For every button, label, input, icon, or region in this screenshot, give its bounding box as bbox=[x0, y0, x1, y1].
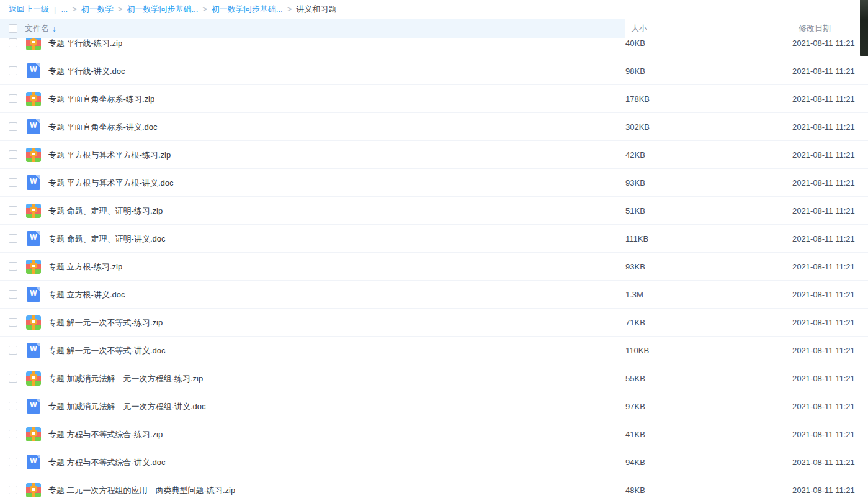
file-name-link[interactable]: 专题 加减消元法解二元一次方程组-练习.zip bbox=[48, 364, 203, 392]
word-doc-icon: W bbox=[27, 343, 40, 358]
zip-archive-icon bbox=[26, 371, 41, 386]
word-doc-icon: W bbox=[27, 287, 40, 302]
row-checkbox[interactable] bbox=[9, 458, 17, 466]
row-checkbox[interactable] bbox=[9, 38, 17, 47]
row-checkbox[interactable] bbox=[9, 486, 17, 494]
file-modified-date: 2021-08-11 11:21 bbox=[792, 141, 855, 169]
breadcrumb-current: 讲义和习题 bbox=[296, 4, 336, 14]
file-name-link[interactable]: 专题 平行线-讲义.doc bbox=[48, 57, 125, 85]
file-size: 111KB bbox=[625, 225, 648, 253]
table-row[interactable]: 专题 二元一次方程组的应用—两类典型问题-练习.zip 48KB 2021-08… bbox=[0, 476, 868, 498]
zip-archive-icon bbox=[26, 315, 41, 330]
file-name-link[interactable]: 专题 平面直角坐标系-讲义.doc bbox=[48, 113, 158, 141]
file-size: 51KB bbox=[625, 197, 645, 225]
table-row[interactable]: 专题 平方根与算术平方根-练习.zip 42KB 2021-08-11 11:2… bbox=[0, 141, 868, 169]
row-checkbox[interactable] bbox=[9, 122, 17, 131]
back-link[interactable]: 返回上一级 bbox=[9, 4, 49, 15]
file-modified-date: 2021-08-11 11:21 bbox=[792, 309, 855, 337]
row-checkbox[interactable] bbox=[9, 206, 17, 215]
table-row[interactable]: W 专题 命题、定理、证明-讲义.doc 111KB 2021-08-11 11… bbox=[0, 225, 868, 253]
mini-player-edge[interactable] bbox=[858, 0, 868, 58]
table-row[interactable]: 专题 加减消元法解二元一次方程组-练习.zip 55KB 2021-08-11 … bbox=[0, 364, 868, 392]
row-checkbox[interactable] bbox=[9, 290, 17, 299]
breadcrumb-separator-icon: > bbox=[118, 4, 123, 14]
file-name-link[interactable]: 专题 立方根-讲义.doc bbox=[48, 281, 125, 309]
column-header-filename[interactable]: 文件名 bbox=[25, 19, 49, 38]
file-name-link[interactable]: 专题 解一元一次不等式-讲义.doc bbox=[48, 337, 166, 364]
file-modified-date: 2021-08-11 11:21 bbox=[792, 197, 855, 225]
breadcrumb-separator-icon: > bbox=[202, 4, 207, 14]
filename-header-highlight bbox=[0, 19, 625, 38]
table-row[interactable]: W 专题 平方根与算术平方根-讲义.doc 93KB 2021-08-11 11… bbox=[0, 169, 868, 197]
file-list: 专题 平行线-练习.zip 40KB 2021-08-11 11:21 W 专题… bbox=[0, 29, 868, 498]
breadcrumb-link[interactable]: 初一数学同步基础... bbox=[212, 4, 283, 14]
column-header-modified-date[interactable]: 修改日期 bbox=[799, 19, 831, 38]
select-all-checkbox[interactable] bbox=[9, 24, 17, 33]
file-name-link[interactable]: 专题 平面直角坐标系-练习.zip bbox=[48, 85, 154, 113]
file-size: 42KB bbox=[625, 141, 645, 169]
file-name-link[interactable]: 专题 方程与不等式综合-讲义.doc bbox=[48, 448, 166, 476]
table-row[interactable]: W 专题 加减消元法解二元一次方程组-讲义.doc 97KB 2021-08-1… bbox=[0, 392, 868, 420]
file-name-link[interactable]: 专题 二元一次方程组的应用—两类典型问题-练习.zip bbox=[48, 476, 235, 498]
file-name-link[interactable]: 专题 命题、定理、证明-练习.zip bbox=[48, 197, 163, 225]
file-modified-date: 2021-08-11 11:21 bbox=[792, 169, 855, 197]
word-doc-icon: W bbox=[27, 231, 40, 246]
table-row[interactable]: 专题 命题、定理、证明-练习.zip 51KB 2021-08-11 11:21 bbox=[0, 197, 868, 225]
file-size: 97KB bbox=[625, 392, 645, 420]
file-size: 55KB bbox=[625, 364, 645, 392]
column-header-size[interactable]: 大小 bbox=[631, 19, 647, 38]
word-doc-icon: W bbox=[27, 399, 40, 414]
table-row[interactable]: 专题 立方根-练习.zip 93KB 2021-08-11 11:21 bbox=[0, 253, 868, 281]
file-modified-date: 2021-08-11 11:21 bbox=[792, 253, 855, 281]
file-modified-date: 2021-08-11 11:21 bbox=[792, 281, 855, 309]
file-modified-date: 2021-08-11 11:21 bbox=[792, 476, 855, 498]
file-size: 93KB bbox=[625, 169, 645, 197]
file-size: 93KB bbox=[625, 253, 645, 281]
row-checkbox[interactable] bbox=[9, 374, 17, 383]
row-checkbox[interactable] bbox=[9, 94, 17, 103]
row-checkbox[interactable] bbox=[9, 402, 17, 410]
row-checkbox[interactable] bbox=[9, 430, 17, 438]
file-size: 110KB bbox=[625, 337, 649, 364]
sort-descending-icon[interactable]: ↓ bbox=[52, 19, 56, 38]
table-row[interactable]: 专题 解一元一次不等式-练习.zip 71KB 2021-08-11 11:21 bbox=[0, 309, 868, 337]
row-checkbox[interactable] bbox=[9, 66, 17, 75]
file-name-link[interactable]: 专题 加减消元法解二元一次方程组-讲义.doc bbox=[48, 392, 206, 420]
file-list-header: 文件名 ↓ 大小 修改日期 bbox=[0, 19, 868, 38]
breadcrumb-link[interactable]: 初一数学 bbox=[81, 4, 114, 14]
file-size: 1.3M bbox=[625, 281, 643, 309]
table-row[interactable]: 专题 平面直角坐标系-练习.zip 178KB 2021-08-11 11:21 bbox=[0, 85, 868, 113]
breadcrumb-link[interactable]: ... bbox=[61, 4, 68, 14]
zip-archive-icon bbox=[26, 204, 41, 218]
breadcrumb-link[interactable]: 初一数学同步基础... bbox=[127, 4, 198, 14]
file-name-link[interactable]: 专题 平方根与算术平方根-讲义.doc bbox=[48, 169, 174, 197]
file-size: 98KB bbox=[625, 57, 645, 85]
table-row[interactable]: W 专题 解一元一次不等式-讲义.doc 110KB 2021-08-11 11… bbox=[0, 337, 868, 364]
zip-archive-icon bbox=[26, 483, 41, 497]
table-row[interactable]: W 专题 立方根-讲义.doc 1.3M 2021-08-11 11:21 bbox=[0, 281, 868, 309]
file-modified-date: 2021-08-11 11:21 bbox=[792, 85, 855, 113]
row-checkbox[interactable] bbox=[9, 150, 17, 159]
table-row[interactable]: W 专题 方程与不等式综合-讲义.doc 94KB 2021-08-11 11:… bbox=[0, 448, 868, 476]
file-name-link[interactable]: 专题 解一元一次不等式-练习.zip bbox=[48, 309, 163, 337]
breadcrumb-pipe-separator: | bbox=[54, 5, 56, 14]
row-checkbox[interactable] bbox=[9, 234, 17, 243]
file-name-link[interactable]: 专题 命题、定理、证明-讲义.doc bbox=[48, 225, 166, 253]
zip-archive-icon bbox=[26, 260, 41, 274]
table-row[interactable]: W 专题 平面直角坐标系-讲义.doc 302KB 2021-08-11 11:… bbox=[0, 113, 868, 141]
row-checkbox[interactable] bbox=[9, 346, 17, 355]
breadcrumb: 返回上一级 | ...>初一数学>初一数学同步基础...>初一数学同步基础...… bbox=[0, 0, 868, 19]
file-modified-date: 2021-08-11 11:21 bbox=[792, 225, 855, 253]
file-name-link[interactable]: 专题 方程与不等式综合-练习.zip bbox=[48, 420, 163, 448]
breadcrumb-separator-icon: > bbox=[72, 4, 77, 14]
row-checkbox[interactable] bbox=[9, 318, 17, 327]
table-row[interactable]: W 专题 平行线-讲义.doc 98KB 2021-08-11 11:21 bbox=[0, 57, 868, 85]
file-size: 302KB bbox=[625, 113, 650, 141]
file-name-link[interactable]: 专题 平方根与算术平方根-练习.zip bbox=[48, 141, 171, 169]
zip-archive-icon bbox=[26, 427, 41, 441]
row-checkbox[interactable] bbox=[9, 262, 17, 271]
table-row[interactable]: 专题 方程与不等式综合-练习.zip 41KB 2021-08-11 11:21 bbox=[0, 420, 868, 448]
file-modified-date: 2021-08-11 11:21 bbox=[792, 113, 855, 141]
file-name-link[interactable]: 专题 立方根-练习.zip bbox=[48, 253, 122, 281]
row-checkbox[interactable] bbox=[9, 178, 17, 187]
